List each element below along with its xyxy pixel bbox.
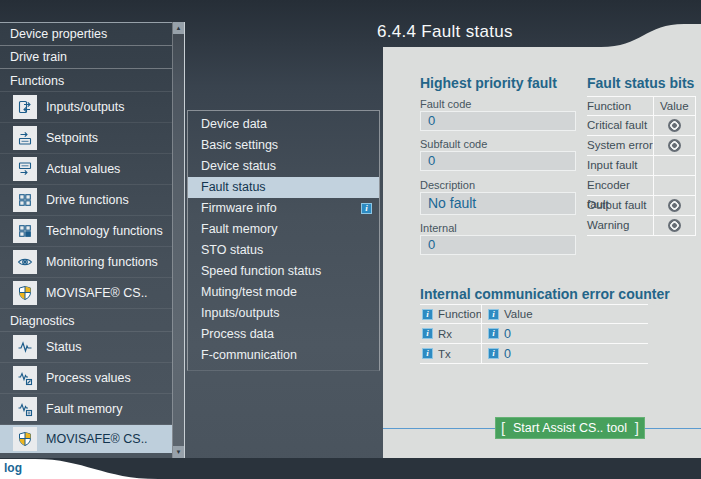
fault-bit-value-cell: [653, 136, 696, 156]
comm-error-counter-table: i Function i Value i Rx i 0 i Tx i 0: [420, 304, 648, 364]
menu-item-basic-settings[interactable]: Basic settings: [188, 135, 379, 156]
menu-item-fault-status[interactable]: Fault status: [188, 177, 379, 198]
fault-bit-value-cell: [653, 116, 696, 136]
fault-code-field[interactable]: 0: [420, 111, 576, 131]
menu-item-fault-memory[interactable]: Fault memory: [188, 219, 379, 240]
sidebar-item-label: Monitoring functions: [46, 255, 158, 269]
sidebar-item-device-properties[interactable]: Device properties: [0, 23, 172, 46]
sidebar-item-monitoring-functions[interactable]: Monitoring functions: [0, 247, 172, 278]
sidebar-scrollbar[interactable]: [172, 22, 185, 458]
menu-item-sto-status[interactable]: STO status: [188, 240, 379, 261]
sidebar-item-setpoints[interactable]: Setpoints: [0, 123, 172, 154]
info-icon[interactable]: i: [488, 328, 499, 339]
inputs-outputs-icon: [13, 95, 37, 119]
menu-item-f-communication[interactable]: F-communication: [188, 345, 379, 366]
column-header-function: Function: [587, 96, 653, 116]
menu-item-label: Device status: [201, 156, 276, 177]
menu-item-label: Device data: [201, 114, 267, 135]
log-wave: [0, 454, 210, 479]
fault-status-panel: Highest priority fault Fault code 0 Subf…: [383, 47, 701, 458]
technology-functions-icon: [13, 219, 37, 243]
fault-bit-label: Encoder fault: [587, 176, 653, 196]
sidebar-item-label: Actual values: [46, 162, 120, 176]
info-icon[interactable]: i: [488, 309, 499, 320]
sidebar-item-drive-functions[interactable]: Drive functions: [0, 185, 172, 216]
comm-error-counter-heading: Internal communication error counter: [420, 286, 670, 302]
menu-item-device-data[interactable]: Device data: [188, 114, 379, 135]
sidebar-item-label: MOVISAFE® CS..: [46, 286, 148, 300]
scroll-up-icon[interactable]: [173, 22, 184, 34]
fault-memory-icon: [13, 397, 37, 421]
info-icon[interactable]: i: [422, 328, 433, 339]
menu-item-label: Inputs/outputs: [201, 303, 280, 324]
menu-item-speed-function-status[interactable]: Speed function status: [188, 261, 379, 282]
device-submenu: Device data Basic settings Device status…: [187, 110, 380, 371]
fault-bit-label: Critical fault: [587, 116, 653, 136]
info-icon[interactable]: i: [488, 348, 499, 359]
sidebar-item-inputs-outputs[interactable]: Inputs/outputs: [0, 92, 172, 123]
menu-item-process-data[interactable]: Process data: [188, 324, 379, 345]
fault-status-bits-table: Function Value Critical fault System err…: [587, 96, 696, 236]
internal-field[interactable]: 0: [420, 235, 576, 255]
sidebar-item-label: Setpoints: [46, 131, 98, 145]
fault-bit-label: System error: [587, 136, 653, 156]
fault-bit-value-cell: [653, 156, 696, 176]
status-indicator-icon: [668, 219, 681, 232]
status-indicator-icon: [668, 139, 681, 152]
menu-item-firmware-info[interactable]: Firmware info i: [188, 198, 379, 219]
safety-shield-icon: [13, 427, 37, 451]
sidebar-item-technology-functions[interactable]: Technology functions: [0, 216, 172, 247]
description-field[interactable]: No fault: [420, 192, 576, 215]
menu-item-muting-test-mode[interactable]: Muting/test mode: [188, 282, 379, 303]
sidebar-item-label: Inputs/outputs: [46, 100, 125, 114]
status-indicator-icon: [668, 119, 681, 132]
fault-bit-label: Warning: [587, 216, 653, 236]
rx-value: 0: [504, 327, 511, 341]
sidebar-item-movisafe-diagnostics[interactable]: MOVISAFE® CS..: [0, 425, 172, 453]
subfault-code-field[interactable]: 0: [420, 151, 576, 171]
page-title: 6.4.4 Fault status: [377, 22, 513, 42]
menu-item-inputs-outputs[interactable]: Inputs/outputs: [188, 303, 379, 324]
drive-functions-icon: [13, 188, 37, 212]
tx-value: 0: [504, 347, 511, 361]
monitoring-functions-icon: [13, 250, 37, 274]
menu-item-label: Firmware info: [201, 198, 277, 219]
actual-values-icon: [13, 157, 37, 181]
info-icon[interactable]: i: [361, 203, 372, 214]
info-icon[interactable]: i: [422, 348, 433, 359]
start-assist-tool-button[interactable]: Start Assist CS.. tool: [495, 417, 645, 439]
menu-item-label: STO status: [201, 240, 263, 261]
sidebar-section-functions: Functions: [0, 69, 172, 92]
fault-bit-label: Output fault: [587, 196, 653, 216]
sidebar-item-drive-train[interactable]: Drive train: [0, 46, 172, 69]
sidebar-item-label: Fault memory: [46, 402, 122, 416]
column-header-value: Value: [504, 308, 533, 320]
status-pulse-icon: [13, 335, 37, 359]
highest-priority-fault-heading: Highest priority fault: [420, 75, 557, 91]
subfault-code-label: Subfault code: [420, 138, 487, 150]
process-values-icon: [13, 366, 37, 390]
sidebar-section-diagnostics: Diagnostics: [0, 309, 172, 332]
menu-item-label: Muting/test mode: [201, 282, 297, 303]
sidebar-item-actual-values[interactable]: Actual values: [0, 154, 172, 185]
tx-label: Tx: [438, 348, 451, 360]
info-icon[interactable]: i: [422, 309, 433, 320]
sidebar-item-movisafe[interactable]: MOVISAFE® CS..: [0, 278, 172, 309]
log-tab[interactable]: log: [4, 461, 22, 475]
menu-item-label: Speed function status: [201, 261, 321, 282]
menu-item-label: Fault status: [201, 177, 266, 198]
sidebar-item-fault-memory[interactable]: Fault memory: [0, 394, 172, 425]
menu-item-device-status[interactable]: Device status: [188, 156, 379, 177]
sidebar: Device properties Drive train Functions …: [0, 22, 172, 458]
sidebar-item-process-values[interactable]: Process values: [0, 363, 172, 394]
fault-bit-label: Input fault: [587, 156, 653, 176]
fault-status-bits-heading: Fault status bits: [587, 75, 694, 91]
sidebar-item-label: Process values: [46, 371, 131, 385]
menu-item-label: Basic settings: [201, 135, 278, 156]
setpoints-icon: [13, 126, 37, 150]
sidebar-item-status[interactable]: Status: [0, 332, 172, 363]
menu-item-label: Process data: [201, 324, 274, 345]
fault-bit-value-cell: [653, 216, 696, 236]
description-label: Description: [420, 179, 475, 191]
fault-bit-value-cell: [653, 176, 696, 196]
